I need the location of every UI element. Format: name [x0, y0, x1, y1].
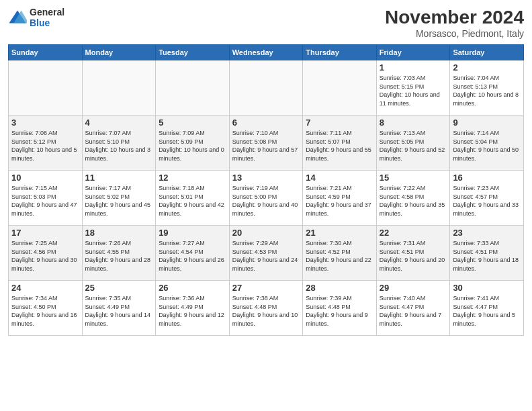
day-info: Sunrise: 7:03 AM Sunset: 5:15 PM Dayligh…	[380, 74, 447, 107]
header-thursday: Thursday	[303, 45, 377, 60]
day-info: Sunrise: 7:07 AM Sunset: 5:10 PM Dayligh…	[85, 129, 153, 163]
calendar-cell: 7Sunrise: 7:11 AM Sunset: 5:07 PM Daylig…	[303, 116, 377, 171]
calendar-cell: 20Sunrise: 7:29 AM Sunset: 4:53 PM Dayli…	[229, 226, 303, 281]
location-subtitle: Morsasco, Piedmont, Italy	[385, 28, 524, 39]
calendar-cell: 19Sunrise: 7:27 AM Sunset: 4:54 PM Dayli…	[156, 226, 230, 281]
day-number: 4	[85, 118, 153, 128]
calendar-cell: 11Sunrise: 7:17 AM Sunset: 5:02 PM Dayli…	[82, 171, 156, 226]
weekday-header-row: Sunday Monday Tuesday Wednesday Thursday…	[9, 45, 524, 60]
day-info: Sunrise: 7:30 AM Sunset: 4:52 PM Dayligh…	[306, 239, 373, 273]
calendar-cell	[303, 60, 377, 116]
calendar-cell: 16Sunrise: 7:23 AM Sunset: 4:57 PM Dayli…	[450, 171, 524, 226]
calendar-cell: 1Sunrise: 7:03 AM Sunset: 5:15 PM Daylig…	[376, 60, 450, 116]
day-info: Sunrise: 7:39 AM Sunset: 4:48 PM Dayligh…	[306, 294, 373, 328]
day-number: 19	[159, 228, 226, 238]
header: General Blue November 2024 Morsasco, Pie…	[8, 7, 524, 39]
day-number: 8	[380, 118, 447, 128]
calendar-cell	[9, 60, 83, 116]
calendar-cell	[82, 60, 156, 116]
day-number: 13	[232, 173, 300, 183]
calendar-cell: 12Sunrise: 7:18 AM Sunset: 5:01 PM Dayli…	[156, 171, 230, 226]
day-info: Sunrise: 7:04 AM Sunset: 5:13 PM Dayligh…	[453, 74, 521, 107]
calendar-cell	[156, 60, 230, 116]
day-number: 15	[380, 173, 447, 183]
day-number: 23	[453, 228, 521, 238]
calendar-cell: 2Sunrise: 7:04 AM Sunset: 5:13 PM Daylig…	[450, 60, 524, 116]
calendar-cell: 30Sunrise: 7:41 AM Sunset: 4:47 PM Dayli…	[450, 281, 524, 336]
day-number: 12	[159, 173, 226, 183]
calendar-cell: 10Sunrise: 7:15 AM Sunset: 5:03 PM Dayli…	[9, 171, 83, 226]
logo-text: General Blue	[30, 7, 64, 28]
day-info: Sunrise: 7:13 AM Sunset: 5:05 PM Dayligh…	[380, 129, 447, 163]
day-info: Sunrise: 7:26 AM Sunset: 4:55 PM Dayligh…	[85, 239, 153, 273]
calendar-cell: 4Sunrise: 7:07 AM Sunset: 5:10 PM Daylig…	[82, 116, 156, 171]
day-number: 6	[232, 118, 300, 128]
calendar-cell: 25Sunrise: 7:35 AM Sunset: 4:49 PM Dayli…	[82, 281, 156, 336]
day-info: Sunrise: 7:09 AM Sunset: 5:09 PM Dayligh…	[159, 129, 226, 163]
day-info: Sunrise: 7:41 AM Sunset: 4:47 PM Dayligh…	[453, 294, 521, 328]
day-number: 28	[306, 283, 373, 293]
day-number: 18	[85, 228, 153, 238]
title-block: November 2024 Morsasco, Piedmont, Italy	[385, 7, 524, 39]
day-info: Sunrise: 7:34 AM Sunset: 4:50 PM Dayligh…	[11, 294, 79, 328]
calendar-cell: 23Sunrise: 7:33 AM Sunset: 4:51 PM Dayli…	[450, 226, 524, 281]
calendar-cell: 3Sunrise: 7:06 AM Sunset: 5:12 PM Daylig…	[9, 116, 83, 171]
day-number: 16	[453, 173, 521, 183]
day-number: 14	[306, 173, 373, 183]
week-row-2: 10Sunrise: 7:15 AM Sunset: 5:03 PM Dayli…	[9, 171, 524, 226]
calendar-cell: 28Sunrise: 7:39 AM Sunset: 4:48 PM Dayli…	[303, 281, 377, 336]
day-number: 27	[232, 283, 300, 293]
calendar-cell: 17Sunrise: 7:25 AM Sunset: 4:56 PM Dayli…	[9, 226, 83, 281]
week-row-3: 17Sunrise: 7:25 AM Sunset: 4:56 PM Dayli…	[9, 226, 524, 281]
calendar-cell: 21Sunrise: 7:30 AM Sunset: 4:52 PM Dayli…	[303, 226, 377, 281]
day-number: 22	[380, 228, 447, 238]
day-info: Sunrise: 7:15 AM Sunset: 5:03 PM Dayligh…	[11, 184, 79, 218]
day-number: 20	[232, 228, 300, 238]
day-number: 24	[11, 283, 79, 293]
day-info: Sunrise: 7:38 AM Sunset: 4:48 PM Dayligh…	[232, 294, 300, 328]
calendar-cell: 13Sunrise: 7:19 AM Sunset: 5:00 PM Dayli…	[229, 171, 303, 226]
calendar-cell: 15Sunrise: 7:22 AM Sunset: 4:58 PM Dayli…	[376, 171, 450, 226]
day-number: 2	[453, 62, 521, 73]
day-number: 21	[306, 228, 373, 238]
day-info: Sunrise: 7:27 AM Sunset: 4:54 PM Dayligh…	[159, 239, 226, 273]
day-number: 17	[11, 228, 79, 238]
day-number: 1	[380, 62, 447, 73]
day-info: Sunrise: 7:36 AM Sunset: 4:49 PM Dayligh…	[159, 294, 226, 328]
day-number: 25	[85, 283, 153, 293]
page-container: General Blue November 2024 Morsasco, Pie…	[0, 0, 532, 341]
header-monday: Monday	[82, 45, 156, 60]
day-info: Sunrise: 7:18 AM Sunset: 5:01 PM Dayligh…	[159, 184, 226, 218]
week-row-0: 1Sunrise: 7:03 AM Sunset: 5:15 PM Daylig…	[9, 60, 524, 116]
calendar-cell: 22Sunrise: 7:31 AM Sunset: 4:51 PM Dayli…	[376, 226, 450, 281]
calendar-cell: 6Sunrise: 7:10 AM Sunset: 5:08 PM Daylig…	[229, 116, 303, 171]
week-row-1: 3Sunrise: 7:06 AM Sunset: 5:12 PM Daylig…	[9, 116, 524, 171]
day-info: Sunrise: 7:40 AM Sunset: 4:47 PM Dayligh…	[380, 294, 447, 328]
day-number: 26	[159, 283, 226, 293]
logo: General Blue	[8, 7, 64, 28]
header-saturday: Saturday	[450, 45, 524, 60]
day-number: 3	[11, 118, 79, 128]
day-number: 30	[453, 283, 521, 293]
calendar-cell: 8Sunrise: 7:13 AM Sunset: 5:05 PM Daylig…	[376, 116, 450, 171]
header-friday: Friday	[376, 45, 450, 60]
header-tuesday: Tuesday	[156, 45, 230, 60]
calendar-cell: 24Sunrise: 7:34 AM Sunset: 4:50 PM Dayli…	[9, 281, 83, 336]
day-info: Sunrise: 7:25 AM Sunset: 4:56 PM Dayligh…	[11, 239, 79, 273]
day-number: 7	[306, 118, 373, 128]
calendar-cell: 14Sunrise: 7:21 AM Sunset: 4:59 PM Dayli…	[303, 171, 377, 226]
calendar-cell: 18Sunrise: 7:26 AM Sunset: 4:55 PM Dayli…	[82, 226, 156, 281]
header-sunday: Sunday	[9, 45, 83, 60]
day-info: Sunrise: 7:19 AM Sunset: 5:00 PM Dayligh…	[232, 184, 300, 218]
day-number: 11	[85, 173, 153, 183]
day-number: 5	[159, 118, 226, 128]
calendar-table: Sunday Monday Tuesday Wednesday Thursday…	[8, 44, 524, 336]
calendar-cell: 26Sunrise: 7:36 AM Sunset: 4:49 PM Dayli…	[156, 281, 230, 336]
day-info: Sunrise: 7:29 AM Sunset: 4:53 PM Dayligh…	[232, 239, 300, 273]
day-info: Sunrise: 7:33 AM Sunset: 4:51 PM Dayligh…	[453, 239, 521, 273]
day-info: Sunrise: 7:23 AM Sunset: 4:57 PM Dayligh…	[453, 184, 521, 218]
calendar-cell: 9Sunrise: 7:14 AM Sunset: 5:04 PM Daylig…	[450, 116, 524, 171]
header-wednesday: Wednesday	[229, 45, 303, 60]
day-number: 9	[453, 118, 521, 128]
day-number: 29	[380, 283, 447, 293]
